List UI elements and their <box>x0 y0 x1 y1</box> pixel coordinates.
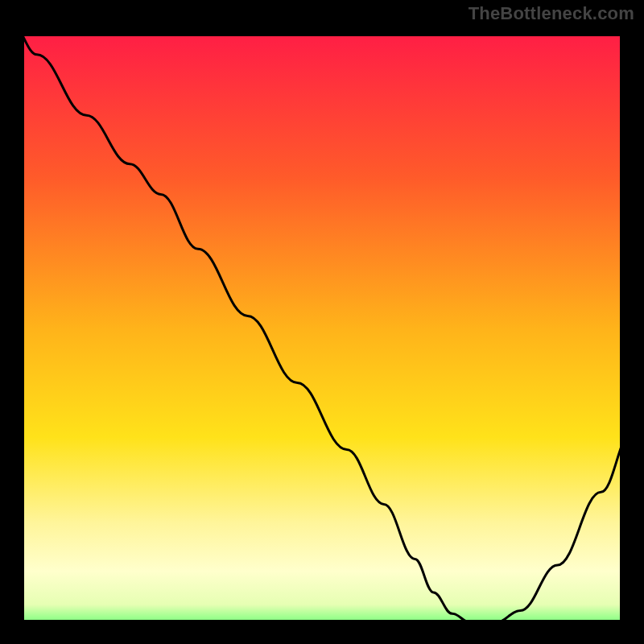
bottleneck-chart <box>0 0 644 644</box>
watermark-text: TheBottleneck.com <box>469 3 634 24</box>
chart-plot-background <box>12 24 632 632</box>
chart-frame: TheBottleneck.com <box>0 0 644 644</box>
